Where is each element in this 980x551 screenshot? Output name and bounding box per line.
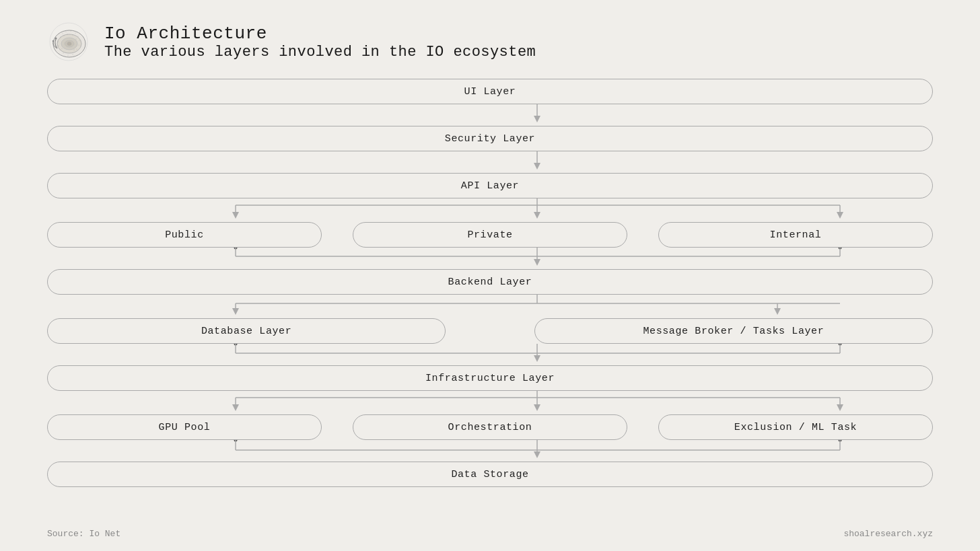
svg-point-27 — [55, 38, 57, 40]
database-layer-box: Database Layer — [47, 318, 446, 344]
backend-layer-box: Backend Layer — [47, 269, 933, 295]
svg-point-21 — [64, 36, 65, 36]
msgbroker-box: Message Broker / Tasks Layer — [534, 318, 933, 344]
svg-point-22 — [67, 34, 67, 34]
svg-point-14 — [76, 48, 77, 49]
svg-point-8 — [65, 31, 66, 32]
public-box: Public — [47, 222, 322, 248]
ui-layer-box: UI Layer — [47, 79, 933, 104]
private-box: Private — [353, 222, 627, 248]
orchestration-label: Orchestration — [448, 422, 532, 433]
svg-point-23 — [73, 35, 73, 36]
gpu-pool-box: GPU Pool — [47, 414, 322, 440]
page: Io Architecture The various layers invol… — [0, 0, 980, 551]
footer-source: Source: Io Net — [47, 529, 120, 539]
svg-point-26 — [73, 49, 74, 50]
logo-icon — [47, 20, 91, 64]
svg-point-28 — [53, 40, 54, 42]
header-text-block: Io Architecture The various layers invol… — [104, 24, 536, 61]
private-label: Private — [467, 229, 512, 241]
svg-point-20 — [72, 54, 73, 54]
svg-point-15 — [58, 42, 59, 42]
svg-point-13 — [79, 45, 79, 46]
footer: Source: Io Net shoalresearch.xyz — [47, 529, 933, 539]
ui-layer-label: UI Layer — [464, 86, 516, 98]
internal-box: Internal — [658, 222, 933, 248]
gpu-pool-label: GPU Pool — [159, 422, 211, 433]
svg-point-18 — [63, 52, 63, 53]
svg-point-11 — [78, 36, 79, 37]
datastorage-label: Data Storage — [451, 469, 528, 480]
footer-website: shoalresearch.xyz — [843, 529, 933, 539]
internal-label: Internal — [770, 229, 822, 241]
header-title: Io Architecture — [104, 24, 536, 44]
backend-layer-label: Backend Layer — [448, 277, 532, 288]
svg-point-10 — [75, 32, 75, 33]
infra-layer-box: Infrastructure Layer — [47, 365, 933, 391]
exclusion-box: Exclusion / ML Task — [658, 414, 933, 440]
svg-point-6 — [60, 36, 61, 37]
svg-point-7 — [63, 34, 63, 34]
svg-point-24 — [75, 38, 76, 39]
svg-point-25 — [62, 48, 63, 49]
svg-point-5 — [67, 42, 71, 46]
header-subtitle: The various layers involved in the IO ec… — [104, 44, 536, 61]
exclusion-label: Exclusion / ML Task — [734, 422, 857, 433]
security-layer-label: Security Layer — [445, 133, 535, 145]
svg-point-17 — [60, 50, 61, 50]
infra-layer-label: Infrastructure Layer — [425, 373, 555, 384]
database-layer-label: Database Layer — [201, 326, 291, 337]
svg-point-19 — [68, 55, 69, 56]
security-layer-box: Security Layer — [47, 126, 933, 151]
api-layer-box: API Layer — [47, 173, 933, 198]
api-layer-label: API Layer — [461, 180, 519, 192]
header: Io Architecture The various layers invol… — [47, 20, 933, 64]
svg-point-12 — [79, 40, 79, 40]
public-label: Public — [165, 229, 204, 241]
datastorage-box: Data Storage — [47, 462, 933, 487]
svg-point-9 — [71, 31, 71, 32]
svg-point-16 — [58, 45, 59, 46]
diagram: UI Layer Security Layer API Layer Public… — [47, 79, 933, 509]
orchestration-box: Orchestration — [353, 414, 627, 440]
msgbroker-label: Message Broker / Tasks Layer — [643, 326, 824, 337]
